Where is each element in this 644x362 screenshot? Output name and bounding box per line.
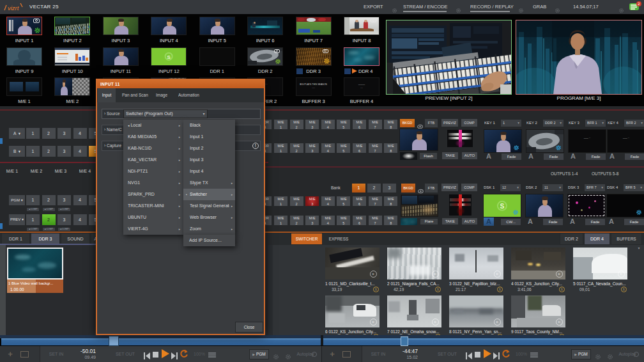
svg-text:vizrt: vizrt [8,4,19,12]
